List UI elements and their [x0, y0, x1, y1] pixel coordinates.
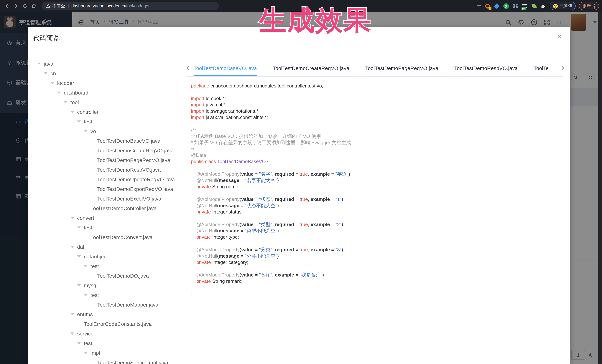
tree-folder-mysql[interactable]: mysql — [37, 281, 182, 290]
not-secure-warning-icon[interactable] — [46, 4, 50, 8]
extension-icon-tampermonkey[interactable]: on — [522, 3, 528, 9]
address-bar[interactable]: 不安全 dashboard.yudao.iocoder.cn/tool/code… — [42, 2, 219, 10]
tree-folder-controller[interactable]: controller — [37, 107, 182, 117]
tab-ToolTestDemoBaseVO.java[interactable]: ToolTestDemoBaseVO.java — [194, 60, 257, 76]
tree-expand-caret-icon[interactable] — [64, 101, 67, 104]
code-line: import lombok.*; — [191, 95, 559, 102]
code-preview-dialog: 代码预览 ✕ javacniocoderdashboardtoolcontrol… — [28, 27, 570, 364]
code-line — [191, 190, 559, 196]
browser-back-button[interactable] — [3, 2, 11, 10]
url-domain: dashboard.yudao.iocoder.cn — [71, 4, 125, 8]
tree-expand-caret-icon[interactable] — [77, 255, 81, 258]
browser-menu-icon[interactable] — [593, 3, 596, 8]
extension-icon-yudao[interactable]: y — [503, 3, 509, 9]
tree-folder-convert[interactable]: convert — [37, 213, 182, 223]
tree-folder-test[interactable]: test — [37, 261, 182, 271]
code-line: * 测试示例 Base VO，提供给添加、修改、详细的子 VO 使用 — [191, 133, 559, 139]
tree-folder-test[interactable]: test — [37, 290, 182, 300]
tree-expand-caret-icon[interactable] — [50, 82, 54, 84]
extension-icon-grid[interactable] — [512, 3, 518, 9]
tree-folder-java[interactable]: java — [37, 59, 182, 69]
tree-expand-caret-icon[interactable] — [70, 246, 74, 248]
code-line: private Integer category; — [191, 259, 559, 265]
tree-expand-caret-icon[interactable] — [57, 92, 61, 94]
extension-icon-leaf[interactable] — [531, 3, 537, 9]
tab-ToolTestDemoCreateReqVO.java[interactable]: ToolTestDemoCreateReqVO.java — [273, 60, 349, 76]
tree-file-ToolTestDemoExportReqVO.java[interactable]: ToolTestDemoExportReqVO.java — [37, 184, 182, 194]
tree-folder-test[interactable]: test — [37, 338, 182, 348]
code-line: /** — [191, 127, 559, 133]
tab-ToolTestDemoPageReqVO.java[interactable]: ToolTestDemoPageReqVO.java — [365, 60, 438, 76]
tree-file-ToolTestDemoConvert.java[interactable]: ToolTestDemoConvert.java — [37, 232, 182, 242]
browser-home-button[interactable] — [30, 2, 38, 10]
tree-folder-cn[interactable]: cn — [37, 69, 182, 78]
tree-expand-caret-icon[interactable] — [77, 284, 81, 287]
tree-file-ToolTestDemoController.java[interactable]: ToolTestDemoController.java — [37, 204, 182, 213]
code-viewer[interactable]: package cn.iocoder.dashboard.modules.too… — [191, 83, 559, 364]
tree-expand-caret-icon[interactable] — [84, 265, 87, 267]
extension-icon-orange[interactable]: 1 — [484, 3, 491, 9]
tree-node-label: vo — [90, 128, 96, 134]
tree-expand-caret-icon[interactable] — [84, 352, 87, 354]
extension-icon-gem[interactable] — [494, 3, 500, 9]
tree-expand-caret-icon[interactable] — [70, 333, 74, 335]
tabs-scroll-left-icon[interactable] — [187, 66, 191, 70]
tab-ToolTestDemoRespVO.java[interactable]: ToolTestDemoRespVO.java — [454, 60, 518, 76]
tree-folder-dataobject[interactable]: dataobject — [37, 252, 182, 261]
paused-badge[interactable]: 已暂停 — [549, 2, 576, 10]
tree-expand-caret-icon[interactable] — [77, 227, 81, 229]
tabs-scroll-right-icon[interactable] — [559, 66, 564, 70]
browser-scrollbar[interactable] — [598, 12, 602, 364]
bookmark-star-icon[interactable]: ☆ — [477, 3, 481, 9]
screen: 不安全 dashboard.yudao.iocoder.cn/tool/code… — [0, 0, 602, 364]
tree-file-ToolTestDemoExcelVO.java[interactable]: ToolTestDemoExcelVO.java — [37, 194, 182, 204]
browser-forward-button[interactable] — [12, 2, 20, 10]
tree-node-label: ToolTestDemoPageReqVO.java — [97, 157, 170, 163]
tree-node-label: ToolTestDemoExportReqVO.java — [97, 186, 173, 192]
tree-expand-caret-icon[interactable] — [77, 120, 81, 123]
tree-expand-caret-icon[interactable] — [70, 313, 74, 315]
tree-expand-caret-icon[interactable] — [77, 342, 81, 344]
code-line: @ApiModelProperty(value = "状态", required… — [191, 196, 559, 202]
browser-reload-button[interactable] — [21, 2, 29, 10]
tree-node-label: test — [84, 225, 92, 230]
tree-node-label: ToolTestDemoUpdateReqVO.java — [97, 177, 175, 182]
tree-node-label: ToolTestDemoController.java — [90, 205, 157, 211]
tree-file-ToolErrorCodeConstants.java[interactable]: ToolErrorCodeConstants.java — [37, 319, 182, 329]
tree-folder-test[interactable]: test — [37, 223, 182, 232]
tree-node-label: impl — [90, 350, 100, 356]
tree-expand-caret-icon[interactable] — [70, 111, 74, 113]
tree-file-ToolTestDemoRespVO.java[interactable]: ToolTestDemoRespVO.java — [37, 165, 182, 175]
tree-file-ToolTestDemoPageReqVO.java[interactable]: ToolTestDemoPageReqVO.java — [37, 155, 182, 165]
tree-expand-caret-icon[interactable] — [84, 294, 87, 296]
tree-node-label: controller — [77, 109, 98, 115]
tree-folder-service[interactable]: service — [37, 329, 182, 338]
tree-expand-caret-icon[interactable] — [37, 63, 41, 65]
dialog-close-icon[interactable]: ✕ — [557, 34, 562, 40]
tree-expand-caret-icon[interactable] — [84, 130, 87, 132]
dialog-title: 代码预览 — [33, 34, 60, 43]
tree-folder-vo[interactable]: vo — [37, 126, 182, 136]
tree-node-label: ToolTestDemoBaseVO.java — [97, 138, 161, 144]
tree-expand-caret-icon[interactable] — [70, 217, 74, 219]
tree-folder-enums[interactable]: enums — [37, 310, 182, 319]
tab-ToolTe[interactable]: ToolTe — [534, 60, 548, 76]
tree-file-ToolTestDemoUpdateReqVO.java[interactable]: ToolTestDemoUpdateReqVO.java — [37, 175, 182, 184]
tree-folder-test[interactable]: test — [37, 117, 182, 126]
tree-folder-impl[interactable]: impl — [37, 348, 182, 358]
tree-folder-dashboard[interactable]: dashboard — [37, 88, 182, 97]
tree-folder-iocoder[interactable]: iocoder — [37, 78, 182, 88]
tree-folder-dal[interactable]: dal — [37, 242, 182, 252]
tree-file-ToolTestDemoCreateReqVO.java[interactable]: ToolTestDemoCreateReqVO.java — [37, 146, 182, 155]
extensions-puzzle-icon[interactable] — [540, 3, 546, 9]
code-line: private Integer type; — [191, 234, 559, 240]
tree-node-label: ToolTestDemoMapper.java — [97, 302, 158, 308]
tree-expand-caret-icon[interactable] — [44, 72, 47, 74]
tree-file-ToolTestDemoMapper.java[interactable]: ToolTestDemoMapper.java — [37, 300, 182, 310]
tree-node-label: test — [84, 119, 92, 125]
tree-file-ToolTestDemoDO.java[interactable]: ToolTestDemoDO.java — [37, 271, 182, 281]
tree-folder-tool[interactable]: tool — [37, 97, 182, 107]
tree-file-ToolTestDemoBaseVO.java[interactable]: ToolTestDemoBaseVO.java — [37, 136, 182, 146]
browser-update-button[interactable]: 更新 — [579, 2, 599, 10]
tree-file-ToolTestDemoServiceImpl.java[interactable]: ToolTestDemoServiceImpl.java — [37, 358, 182, 364]
